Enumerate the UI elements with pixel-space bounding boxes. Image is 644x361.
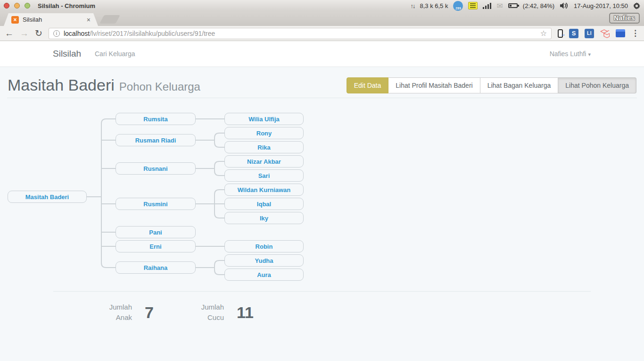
page-title: Masitah BaderiPohon Keluarga [8,76,200,94]
signal-strength-icon[interactable] [483,2,491,9]
network-rate-label: 8,3 k 6,5 k [420,2,448,9]
tree-node-grandchild[interactable]: Wilia Ulfija [224,113,304,125]
edit-data-button[interactable]: Edit Data [347,77,389,93]
system-panel: Silsilah - Chromium ↑↓ 8,3 k 6,5 k 289 ✉… [0,0,644,11]
window-controls [0,3,30,8]
tree-node-grandchild[interactable]: Wildan Kurniawan [224,184,304,196]
tree-node-grandchild[interactable]: Iky [224,212,304,224]
tab-title: Silsilah [23,16,42,23]
lihat-profil-button[interactable]: Lihat Profil Masitah Baderi [388,77,480,93]
battery-label: (2:42, 84%) [523,2,554,9]
person-name: Masitah Baderi [8,76,115,94]
tree-node-root[interactable]: Masitah Baderi [8,191,87,203]
action-button-group: Edit Data Lihat Profil Masitah Baderi Li… [347,77,636,93]
browser-tab[interactable]: × Silsilah × [4,13,98,26]
tree-node-grandchild[interactable]: Aura [224,269,304,281]
stat-cucu-label: Jumlah Cucu [197,302,224,323]
mail-indicator-icon[interactable]: ✉ [496,1,503,10]
window-minimize-button[interactable] [14,3,20,8]
window-title: Silsilah - Chromium [38,2,95,9]
chevron-down-icon: ▾ [588,51,591,57]
divider [7,98,637,98]
notification-badge-icon[interactable]: 289 [453,1,463,11]
settings-gear-icon[interactable] [633,2,640,9]
reload-icon[interactable]: ↻ [35,29,42,38]
user-dropdown[interactable]: Nafies Luthfi▾ [550,41,591,67]
system-tray: ↑↓ 8,3 k 6,5 k 289 ✉ (2:42, 84%) 17-Aug-… [410,1,644,11]
browser-toolbar: ← → ↻ i localhost/lv/riset/2017/silsilah… [0,26,644,41]
nav-link-cari-keluarga[interactable]: Cari Keluarga [95,41,135,67]
tree-node-child[interactable]: Raihana [116,261,196,274]
tab-strip: × Silsilah × Nafies [0,11,644,26]
battery-icon[interactable] [508,3,518,8]
extension-mobile-icon[interactable]: → [558,29,563,38]
tree-node-child[interactable]: Erni [116,240,196,252]
stat-cucu-value: 11 [237,303,254,322]
page-info-icon[interactable]: i [53,30,60,37]
family-tree: Masitah Baderi Rumsita Rusman Riadi Rusn… [0,109,330,284]
tree-node-grandchild[interactable]: Rika [224,141,304,153]
new-tab-button[interactable] [99,15,120,24]
tree-node-grandchild[interactable]: Iqbal [224,198,304,210]
volume-icon[interactable] [560,2,569,9]
extension-laravel-icon[interactable] [600,29,610,38]
page-subtitle: Pohon Keluarga [119,80,200,93]
url-path: /lv/riset/2017/silsilahku/public/users/9… [90,30,215,37]
bookmark-star-icon[interactable]: ☆ [540,29,547,38]
stat-anak-value: 7 [145,303,154,322]
address-bar[interactable]: i localhost/lv/riset/2017/silsilahku/pub… [49,28,552,39]
tab-favicon-icon: × [11,16,19,24]
forward-icon[interactable]: → [20,29,29,38]
tab-close-icon[interactable]: × [87,16,91,24]
site-navbar: Silsilah Cari Keluarga Nafies Luthfi▾ [0,41,644,67]
divider [53,291,591,292]
tree-node-grandchild[interactable]: Nizar Akbar [224,155,304,168]
extension-s-icon[interactable]: S [569,29,578,38]
stat-anak-label: Jumlah Anak [105,302,132,323]
tree-node-child[interactable]: Pani [116,226,196,238]
tree-node-child[interactable]: Rusman Riadi [116,134,196,146]
tree-node-child[interactable]: Rusmini [116,198,196,210]
url-host: localhost [64,30,90,37]
clock-label: 17-Aug-2017, 10:50 [574,2,628,9]
lihat-pohon-button[interactable]: Lihat Pohon Keluarga [558,77,636,93]
lihat-bagan-button[interactable]: Lihat Bagan Keluarga [480,77,559,93]
tree-node-grandchild[interactable]: Sari [224,169,304,182]
back-icon[interactable]: ← [5,29,14,38]
extension-box-icon[interactable] [616,29,625,37]
web-page: Silsilah Cari Keluarga Nafies Luthfi▾ Ma… [0,41,644,361]
brand-link[interactable]: Silsilah [53,41,81,67]
user-name: Nafies Luthfi [550,50,586,58]
network-traffic-icon[interactable]: ↑↓ [410,2,414,9]
tree-node-grandchild[interactable]: Rony [224,127,304,139]
desktop-watermark: Nafies [609,13,640,24]
notes-indicator-icon[interactable] [468,2,478,9]
tree-node-grandchild[interactable]: Robin [224,240,304,252]
screen: Silsilah - Chromium ↑↓ 8,3 k 6,5 k 289 ✉… [0,0,644,361]
window-close-button[interactable] [4,3,9,8]
browser-menu-icon[interactable]: ⋮ [631,28,639,38]
tree-node-grandchild[interactable]: Yudha [224,254,304,267]
tree-node-child[interactable]: Rusnani [116,162,196,175]
window-maximize-button[interactable] [25,3,30,8]
tree-node-child[interactable]: Rumsita [116,113,196,125]
extension-li-icon[interactable]: LI [585,29,594,38]
